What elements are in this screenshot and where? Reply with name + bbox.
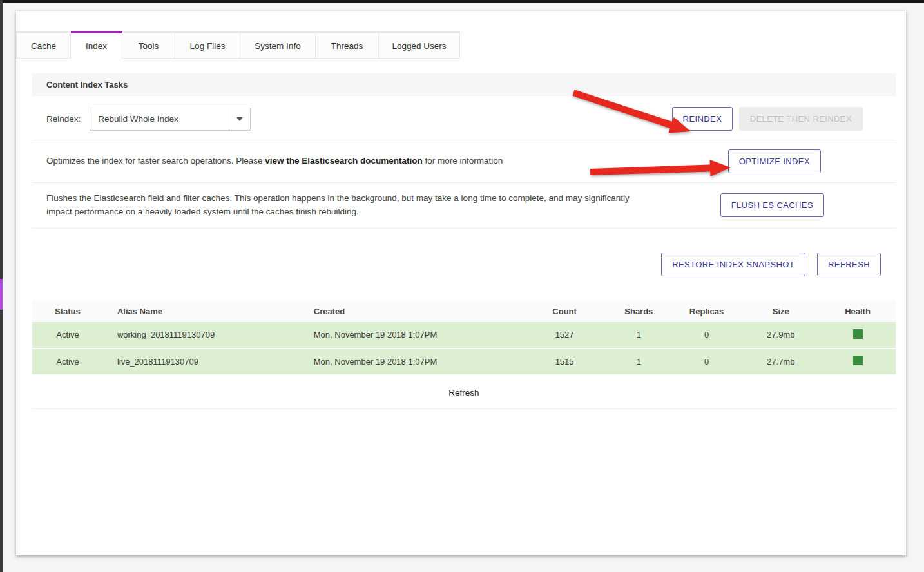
tab-log-files-label: Log Files xyxy=(190,41,226,51)
optimize-text-after: for more information xyxy=(423,156,503,166)
admin-panel: Cache Index Tools Log Files System Info … xyxy=(16,11,906,555)
table-row: Active working_20181119130709 Mon, Novem… xyxy=(32,322,896,348)
col-health: Health xyxy=(820,301,896,322)
refresh-table-link[interactable]: Refresh xyxy=(32,388,896,397)
reindex-dropdown[interactable]: Rebuild Whole Index xyxy=(90,108,251,131)
reindex-label: Reindex: xyxy=(46,114,81,124)
index-tab-content: Content Index Tasks Reindex: Rebuild Who… xyxy=(16,73,906,409)
col-shards: Shards xyxy=(606,301,671,322)
tab-bar: Cache Index Tools Log Files System Info … xyxy=(16,31,460,59)
flush-row: Flushes the Elasticsearch field and filt… xyxy=(32,183,896,229)
optimize-index-button[interactable]: OPTIMIZE INDEX xyxy=(728,149,821,173)
flush-es-caches-button[interactable]: FLUSH ES CACHES xyxy=(720,193,824,217)
col-status: Status xyxy=(32,301,103,322)
reindex-buttons: REINDEX DELETE THEN REINDEX xyxy=(672,107,863,131)
cell-size: 27.9mb xyxy=(742,322,820,348)
tab-threads[interactable]: Threads xyxy=(316,31,379,59)
cell-created: Mon, November 19 2018 1:07PM xyxy=(303,322,523,348)
cell-size: 27.7mb xyxy=(742,348,820,375)
flush-button-wrap: FLUSH ES CACHES xyxy=(720,193,824,217)
tab-system-info[interactable]: System Info xyxy=(240,31,316,59)
optimize-description: Optimizes the index for faster search op… xyxy=(46,155,503,168)
cell-status: Active xyxy=(32,322,103,348)
col-alias-name: Alias Name xyxy=(103,301,303,322)
table-header-row: Status Alias Name Created Count Shards R… xyxy=(32,301,896,322)
flush-description: Flushes the Elasticsearch field and filt… xyxy=(46,192,638,219)
cell-shards: 1 xyxy=(606,322,671,348)
window-top-edge xyxy=(0,0,924,3)
tab-logged-users[interactable]: Logged Users xyxy=(379,31,460,59)
col-created: Created xyxy=(303,301,523,322)
cell-alias-name: working_20181119130709 xyxy=(103,322,303,348)
cell-health xyxy=(820,348,896,375)
chevron-down-icon xyxy=(236,117,243,121)
left-edge-accent-bar xyxy=(0,279,3,310)
tab-logged-users-label: Logged Users xyxy=(392,41,446,51)
cell-replicas: 0 xyxy=(671,322,742,348)
reindex-row: Reindex: Rebuild Whole Index REINDEX DEL… xyxy=(32,96,896,140)
refresh-button[interactable]: REFRESH xyxy=(817,253,881,276)
cell-shards: 1 xyxy=(606,348,671,375)
tab-index[interactable]: Index xyxy=(71,31,122,59)
optimize-button-wrap: OPTIMIZE INDEX xyxy=(728,149,821,173)
tab-log-files[interactable]: Log Files xyxy=(175,31,240,59)
cell-count: 1527 xyxy=(523,322,606,348)
index-alias-table: Status Alias Name Created Count Shards R… xyxy=(32,301,896,376)
reindex-dropdown-value: Rebuild Whole Index xyxy=(90,114,229,124)
cell-health xyxy=(820,322,896,348)
section-header: Content Index Tasks xyxy=(32,73,896,96)
optimize-text-before: Optimizes the index for faster search op… xyxy=(46,156,265,166)
elasticsearch-docs-link[interactable]: view the Elasticsearch documentation xyxy=(265,156,423,166)
dropdown-arrow-button[interactable] xyxy=(229,108,250,130)
cell-replicas: 0 xyxy=(671,348,742,375)
divider xyxy=(32,408,896,409)
optimize-row: Optimizes the index for faster search op… xyxy=(32,140,896,183)
tab-threads-label: Threads xyxy=(331,41,363,51)
tab-cache[interactable]: Cache xyxy=(16,31,71,59)
table-row: Active live_20181119130709 Mon, November… xyxy=(32,348,896,375)
cell-status: Active xyxy=(32,348,103,375)
snapshot-actions-row: RESTORE INDEX SNAPSHOT REFRESH xyxy=(32,253,881,276)
delete-then-reindex-button[interactable]: DELETE THEN REINDEX xyxy=(739,107,863,131)
cell-alias-name: live_20181119130709 xyxy=(103,348,303,375)
health-green-indicator xyxy=(853,356,863,365)
col-count: Count xyxy=(523,301,606,322)
cell-count: 1515 xyxy=(523,348,606,375)
restore-index-snapshot-button[interactable]: RESTORE INDEX SNAPSHOT xyxy=(661,253,805,276)
tab-tools-label: Tools xyxy=(139,41,159,51)
health-green-indicator xyxy=(853,329,863,339)
section-title: Content Index Tasks xyxy=(46,80,128,90)
reindex-button[interactable]: REINDEX xyxy=(672,107,733,131)
cell-created: Mon, November 19 2018 1:07PM xyxy=(303,348,523,375)
col-replicas: Replicas xyxy=(671,301,742,322)
tab-cache-label: Cache xyxy=(31,41,56,51)
tab-system-info-label: System Info xyxy=(255,41,300,51)
tab-index-label: Index xyxy=(86,41,107,51)
col-size: Size xyxy=(742,301,820,322)
tab-tools[interactable]: Tools xyxy=(122,31,175,59)
